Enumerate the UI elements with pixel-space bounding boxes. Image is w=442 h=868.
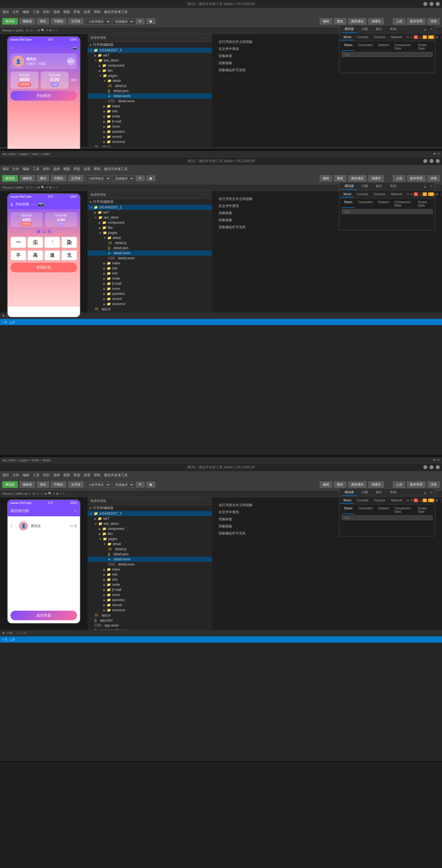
menu2-help[interactable]: 帮助 [94, 167, 100, 172]
menu-tools[interactable]: 工具 [33, 10, 39, 14]
version-btn-2[interactable]: 版本管理 [407, 175, 425, 182]
tree3-jfmall[interactable]: ▶📁jf-mall [88, 587, 212, 592]
upload-btn-3[interactable]: 上传 [393, 481, 405, 488]
puzzle-cell-0[interactable]: 一 [10, 237, 26, 248]
tree2-detail[interactable]: ▼📁detail [88, 235, 212, 240]
editor-btn-2[interactable]: 编辑器 [20, 175, 35, 182]
puzzle-cell-2[interactable]: ? [44, 237, 60, 248]
tree-index[interactable]: ▶📁index [88, 104, 212, 109]
menu-select[interactable]: 选择 [53, 10, 60, 14]
tree2-index[interactable]: ▶📁index [88, 261, 212, 266]
dt2-more[interactable]: ≫ [405, 193, 410, 196]
visual-btn-3[interactable]: 可视化 [51, 481, 66, 488]
dt3-more[interactable]: ≫ [405, 499, 410, 502]
dt2-sources[interactable]: Sources [371, 191, 388, 197]
compile-btn[interactable]: 编译 [320, 18, 332, 25]
upload-btn[interactable]: 上传 [393, 18, 405, 25]
tree3-detail[interactable]: ▼📁detail [88, 541, 212, 547]
tree2-project[interactable]: ▼📁1414481507_3 [88, 205, 212, 210]
menu-file[interactable]: 文件 [12, 10, 19, 14]
more-icon-phone-2[interactable]: ⋯ [31, 202, 36, 207]
styles-tab-component[interactable]: Component Data [392, 42, 415, 51]
simulator-btn[interactable]: 模拟器 [2, 18, 18, 25]
minimize-btn-1[interactable]: ─ [423, 2, 427, 6]
styles3-tab-computed[interactable]: Computed [356, 506, 375, 514]
menu3-file[interactable]: 文件 [12, 473, 19, 478]
refresh-btn-2[interactable]: ⟳ [136, 176, 145, 181]
menu3-ui[interactable]: 界面 [73, 473, 80, 478]
dt-console-1[interactable]: Console [354, 34, 371, 40]
simulator-btn-2[interactable]: 模拟器 [2, 175, 18, 182]
menu2-edit[interactable]: 编辑 [23, 167, 29, 172]
tree-record[interactable]: ▶📁record [88, 134, 212, 139]
close-btn-1[interactable]: ✕ [436, 2, 440, 6]
close-btn-2[interactable]: ✕ [436, 159, 440, 163]
refresh-btn-3[interactable]: ⟳ [136, 482, 145, 488]
menu3-select[interactable]: 选择 [53, 473, 60, 478]
dt-more-btn-1[interactable]: ⋮ [439, 35, 442, 39]
dt2-tab-output[interactable]: 输出 [373, 183, 385, 190]
tree3-app-js[interactable]: JS app.js [88, 613, 212, 618]
tree2-open-editors[interactable]: ▶打开的编辑器 [88, 199, 212, 205]
tree-more[interactable]: ▶📁more [88, 124, 212, 129]
tree3-invite[interactable]: ▶📁invite [88, 582, 212, 587]
styles-tab-scope[interactable]: Scope Data [416, 42, 433, 51]
dt-network-1[interactable]: Network [388, 34, 405, 40]
menu-goto[interactable]: 转到 [43, 10, 50, 14]
dt3-settings[interactable]: ⚙ [435, 499, 438, 502]
get-free-btn-1[interactable]: 免费领取 [18, 82, 31, 87]
mode-select-3[interactable]: 小程序模式 [85, 482, 110, 488]
dt2-more-btn[interactable]: ⋮ [439, 192, 442, 196]
detail-btn-3[interactable]: 详情 [427, 481, 440, 488]
menu-edit[interactable]: 编辑 [23, 10, 29, 14]
editor-btn-3[interactable]: 编辑器 [20, 481, 35, 488]
tree2-invite[interactable]: ▶📁invite [88, 276, 212, 281]
tree-open-editors[interactable]: ▶ 打开的编辑器 [88, 42, 212, 48]
menu3-project[interactable]: 项目 [2, 473, 9, 478]
dt-sources-1[interactable]: Sources [371, 34, 388, 40]
detail-btn-2[interactable]: 详情 [427, 175, 440, 182]
dt-tab-terminal[interactable]: 终端 [387, 26, 399, 33]
compile-btn-2[interactable]: 编译 [320, 175, 332, 182]
tree-jfmall[interactable]: ▶📁jf-mall [88, 119, 212, 124]
dt2-tab-problem[interactable]: 问题 [359, 183, 371, 190]
tree2-detail-wxml[interactable]: ◈ detail.wxml [88, 251, 212, 256]
realtest-btn-3[interactable]: 真机调试 [348, 481, 367, 488]
tree2-info2[interactable]: ▶📁info [88, 271, 212, 276]
menu3-view[interactable]: 视图 [63, 473, 70, 478]
version-btn[interactable]: 版本管理 [407, 18, 425, 25]
tree-pages[interactable]: ▼📁pages [88, 73, 212, 78]
eye-btn-2[interactable]: ◉ [146, 176, 155, 181]
menu3-settings[interactable]: 设置 [84, 473, 90, 478]
dt-tab-output[interactable]: 输出 [373, 26, 385, 33]
menu3-goto[interactable]: 转到 [43, 473, 50, 478]
menu-wechat-dev[interactable]: 微信开发者工具 [104, 10, 128, 14]
ranking-close-3[interactable]: ✕ [74, 509, 77, 513]
dt2-settings[interactable]: ⚙ [435, 192, 438, 196]
styles3-tab-styles[interactable]: Styles [342, 506, 355, 514]
tree-detail-js[interactable]: JS detail.js [88, 83, 212, 88]
clear-btn-2[interactable]: 清缓存 [368, 175, 384, 182]
tree-project[interactable]: ▼ 📁 1414481507_3 [88, 48, 212, 53]
dt3-tab-terminal[interactable]: 终端 [387, 489, 399, 496]
styles2-tab-component[interactable]: Component Data [392, 199, 415, 208]
rank-btn-1[interactable]: 排行 [71, 71, 77, 89]
tree-detail-wxss[interactable]: CSS detail.wxss [88, 99, 212, 104]
tree3-wei-idiom[interactable]: ▼📁wei_idiom [88, 521, 212, 526]
devtools3-close[interactable]: ✕ [430, 491, 433, 494]
tree2-component[interactable]: ▶📁component [88, 220, 212, 225]
menu2-project[interactable]: 项目 [2, 167, 9, 172]
rule-icon[interactable]: 规则 [67, 57, 75, 65]
tree3-app-json[interactable]: {} app.json [88, 618, 212, 623]
bc-close-2[interactable]: ✕ [437, 458, 440, 462]
menu-settings[interactable]: 设置 [84, 10, 90, 14]
devtools-close-1[interactable]: ✕ [430, 27, 433, 31]
debug-btn[interactable]: 调试 [37, 18, 49, 25]
tree-detail-json[interactable]: {} detail.json [88, 88, 212, 93]
dt3-network[interactable]: Network [388, 497, 405, 504]
preview-btn-3[interactable]: 预览 [334, 481, 346, 488]
visual-btn[interactable]: 可视化 [51, 18, 66, 25]
styles-tab-computed[interactable]: Computed [356, 42, 375, 51]
tree2-app-json[interactable]: {} app.json [88, 312, 212, 312]
menu2-view[interactable]: 视图 [63, 167, 70, 172]
